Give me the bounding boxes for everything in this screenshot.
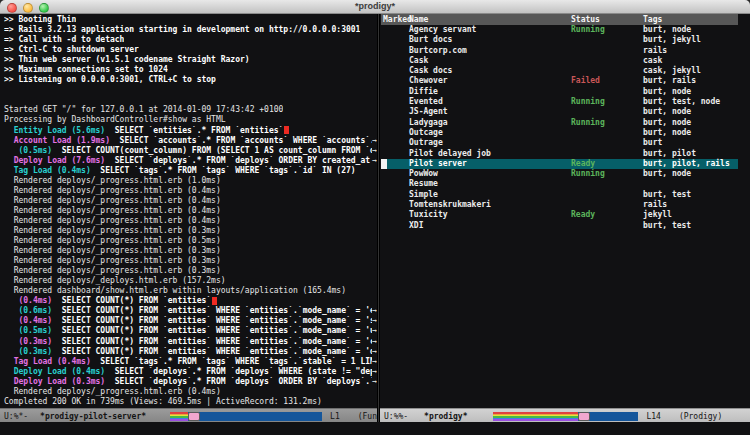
process-row[interactable]: LadygagaRunningburt, node [381,118,738,128]
process-row[interactable]: Pilot delayed jobburt, pilot [381,149,738,159]
window-title: *prodigy* [0,0,750,13]
process-row[interactable]: TuxicityReadyjekyll [381,210,738,220]
process-row[interactable]: Diffieburt, node [381,87,738,97]
process-name: Simple [409,190,438,200]
column-header-name: Name [409,14,428,25]
process-row[interactable]: Outrageburt [381,138,738,148]
process-row[interactable]: PowWowRunningburt, node [381,169,738,179]
prodigy-pane[interactable]: Marked Name Status Tags Agency servantRu… [381,14,750,408]
log-line-text: Rendered deploys/_progress.html.erb (0.4… [4,206,221,216]
titlebar: *prodigy* [0,0,750,14]
prodigy-rows: Agency servantRunningburt, nodeBurt docs… [381,25,750,231]
log-line-text: >> Thin web server (v1.5.1 codename Stra… [4,55,250,65]
log-line: Processing by DashboardController#show a… [0,115,377,125]
log-line-text: Rendered deploys/_progress.html.erb (0.4… [4,186,221,196]
process-tags: burt, test, node [643,97,720,107]
process-row[interactable]: XDIburt, test [381,221,738,231]
log-line: Rendered deploys/_progress.html.erb (0.4… [0,206,377,216]
log-line: Tag Load (0.4ms) SELECT `tags`.* FROM `t… [0,166,377,176]
log-line: Deploy Load (7.6ms) SELECT `deploys`.* F… [0,156,377,166]
zoom-button[interactable] [39,3,49,13]
nyan-cat-icon [188,412,200,421]
process-name: Burtcorp.com [409,46,467,56]
process-row[interactable]: Resume [381,179,738,189]
process-row[interactable]: Tomtenskrukmakerirails [381,200,738,210]
log-line-text: (0.6ms) SELECT COUNT(*) FROM `entities` … [4,306,372,316]
traffic-lights [7,3,49,13]
process-row[interactable]: Burt docsburt, jekyll [381,35,738,45]
process-tags: burt, test [643,190,691,200]
process-row[interactable]: Outcageburt, node [381,128,738,138]
log-line-text: Completed 200 OK in 739ms (Views: 469.5m… [4,397,322,407]
modeline-flags: U:%*- [4,412,28,421]
minimize-button[interactable] [23,3,33,13]
process-tags: burt, test [643,221,691,231]
log-line: (0.4ms) SELECT COUNT(*) FROM `entities` [0,296,377,306]
line-number: L1 [330,412,340,421]
log-line-text: (0.3ms) SELECT COUNT(*) FROM `entities` … [4,337,372,347]
window-divider [377,14,380,422]
log-line-text: (0.5ms) SELECT COUNT(*) FROM `entities` … [4,326,372,336]
modeline-left: U:%*- *prodigy-pilot-server* L1 (Fundame… [0,408,377,423]
process-tags: burt, jekyll [643,35,701,45]
log-line: Rendered deploys/_progress.html.erb (0.5… [0,236,377,246]
process-name: Cask docs [409,66,452,76]
column-header-marked: Marked [383,14,412,25]
log-line: Rendered deploys/_progress.html.erb (1.0… [0,176,377,186]
process-name: Tuxicity [409,210,448,220]
process-tags: cask [643,56,662,66]
log-line: (0.6ms) SELECT COUNT(*) FROM `entities` … [0,306,377,316]
process-tags: burt, node [643,87,691,97]
log-line: Deploy Load (0.3ms) SELECT `deploys`.* F… [0,377,377,387]
process-row[interactable]: ChewoverFailedburt, rails [381,76,738,86]
process-name: Outrage [409,138,443,148]
log-line: (0.5ms) SELECT COUNT(count_column) FROM … [0,146,377,156]
log-line-text: Tag Load (0.4ms) SELECT `tags`.* FROM `t… [4,166,356,176]
log-line: (0.4ms) SELECT COUNT(*) FROM `entities` … [0,316,377,326]
log-line-text: Rendered deploys/_progress.html.erb (0.4… [4,196,221,206]
process-row[interactable]: EventedRunningburt, test, node [381,97,738,107]
process-tags: burt, rails [643,76,696,86]
log-line-text: Rendered deploys/_progress.html.erb (0.4… [4,387,221,397]
process-row[interactable]: Simpleburt, test [381,190,738,200]
log-line-text: Rendered deploys/_progress.html.erb (1.0… [4,176,221,186]
echo-area[interactable] [0,422,750,435]
process-name: Pilot delayed job [409,149,491,159]
red-escape-block [212,297,217,305]
log-line: => Ctrl-C to shutdown server [0,45,377,55]
process-name: Evented [409,97,443,107]
process-name: Resume [409,179,438,189]
log-line-text: Rendered dashboard/show.html.erb within … [4,286,346,296]
server-log-pane[interactable]: >> Booting Thin=> Rails 3.2.13 applicati… [0,15,377,408]
major-mode: (Prodigy) [679,412,722,421]
log-line-text: Rendered deploys/_progress.html.erb (0.5… [4,236,221,246]
process-name: Agency servant [409,25,476,35]
process-name: XDI [409,221,423,231]
process-tags: burt, pilot, rails [643,159,730,169]
process-name: Tomtenskrukmakeri [409,200,491,210]
log-line: >> Booting Thin [0,15,377,25]
buffer-name: *prodigy* [424,412,467,421]
log-line: Rendered deploys/_progress.html.erb (0.3… [0,266,377,276]
process-tags: burt, node [643,107,691,117]
log-line-text: >> Maximum connections set to 1024 [4,65,168,75]
process-name: JS-Agent [409,107,448,117]
process-row[interactable]: Burtcorp.comrails [381,46,738,56]
close-button[interactable] [7,3,17,13]
log-line: >> Maximum connections set to 1024 [0,65,377,75]
major-mode: (Fundamental) [358,412,377,421]
process-row[interactable]: Agency servantRunningburt, node [381,25,738,35]
process-row[interactable]: Pilot serverReadyburt, pilot, rails [381,159,738,169]
process-row[interactable]: Cask docscask, jekyll [381,66,738,76]
process-tags: burt [643,138,662,148]
process-row[interactable]: JS-Agentburt, node [381,107,738,117]
process-tags: burt, node [643,25,691,35]
red-escape-block [284,126,289,134]
process-status-badge: Failed [571,76,600,86]
modeline-right: U:%%- *prodigy* L14 (Prodigy) [380,408,750,423]
process-row[interactable]: Caskcask [381,56,738,66]
process-status-badge: Ready [571,159,595,169]
log-line: Deploy Load (0.4ms) SELECT `deploys`.* F… [0,367,377,377]
nyan-rainbow-trail [493,412,577,421]
log-line-text: Deploy Load (0.3ms) SELECT `deploys`.* F… [4,377,372,387]
